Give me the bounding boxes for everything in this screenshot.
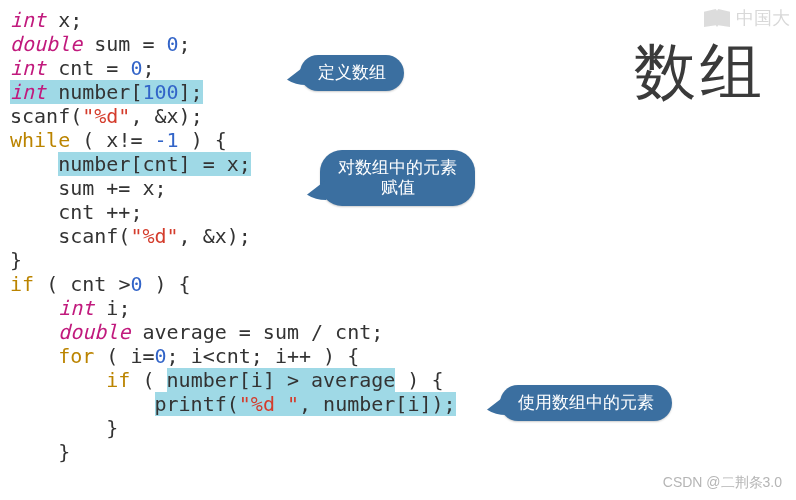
book-icon xyxy=(704,9,730,27)
highlight-use-element-2: printf("%d ", number[i]); xyxy=(155,392,456,416)
callout-define-array: 定义数组 xyxy=(300,55,404,91)
callout-use-element: 使用数组中的元素 xyxy=(500,385,672,421)
source-logo-text: 中国大 xyxy=(736,6,790,30)
kw: int xyxy=(10,8,46,32)
highlight-define-array: int number[100]; xyxy=(10,80,203,104)
page-title: 数组 xyxy=(634,30,766,114)
kw: double xyxy=(10,32,82,56)
kw: if xyxy=(10,272,34,296)
callout-assign-element: 对数组中的元素 赋值 xyxy=(320,150,475,206)
source-logo: 中国大 xyxy=(704,6,790,30)
kw: while xyxy=(10,128,70,152)
kw: int xyxy=(10,56,46,80)
attribution: CSDN @二荆条3.0 xyxy=(663,474,782,492)
highlight-use-element-1: number[i] > average xyxy=(167,368,396,392)
highlight-assign-element: number[cnt] = x; xyxy=(58,152,251,176)
